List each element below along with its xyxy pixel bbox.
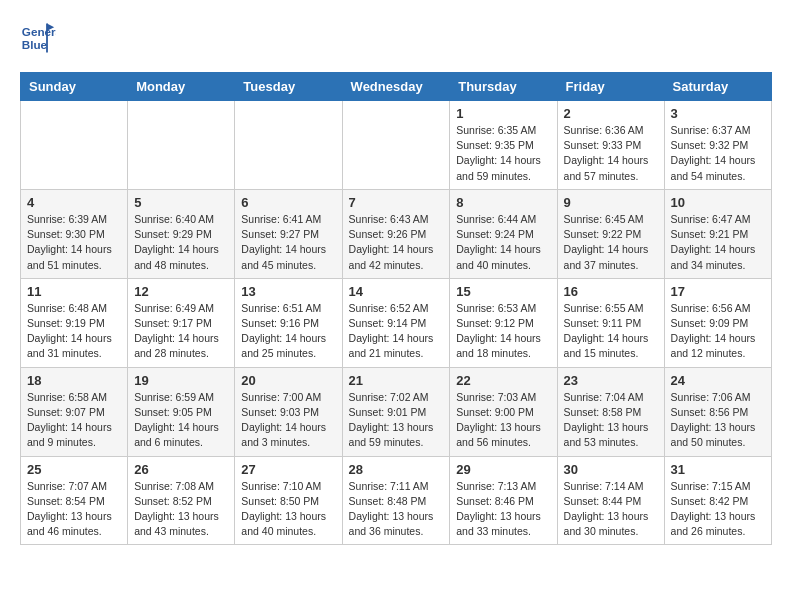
day-number: 6 (241, 195, 335, 210)
calendar-cell: 30Sunrise: 7:14 AM Sunset: 8:44 PM Dayli… (557, 456, 664, 545)
svg-text:Blue: Blue (22, 38, 48, 51)
day-number: 4 (27, 195, 121, 210)
day-number: 13 (241, 284, 335, 299)
calendar-cell: 4Sunrise: 6:39 AM Sunset: 9:30 PM Daylig… (21, 189, 128, 278)
calendar-cell: 31Sunrise: 7:15 AM Sunset: 8:42 PM Dayli… (664, 456, 771, 545)
day-number: 29 (456, 462, 550, 477)
day-info: Sunrise: 6:36 AM Sunset: 9:33 PM Dayligh… (564, 123, 658, 184)
calendar-cell: 16Sunrise: 6:55 AM Sunset: 9:11 PM Dayli… (557, 278, 664, 367)
day-number: 19 (134, 373, 228, 388)
day-info: Sunrise: 7:15 AM Sunset: 8:42 PM Dayligh… (671, 479, 765, 540)
calendar-cell: 18Sunrise: 6:58 AM Sunset: 9:07 PM Dayli… (21, 367, 128, 456)
calendar-cell: 12Sunrise: 6:49 AM Sunset: 9:17 PM Dayli… (128, 278, 235, 367)
calendar-cell: 7Sunrise: 6:43 AM Sunset: 9:26 PM Daylig… (342, 189, 450, 278)
calendar-week-5: 25Sunrise: 7:07 AM Sunset: 8:54 PM Dayli… (21, 456, 772, 545)
calendar-cell: 3Sunrise: 6:37 AM Sunset: 9:32 PM Daylig… (664, 101, 771, 190)
day-info: Sunrise: 7:10 AM Sunset: 8:50 PM Dayligh… (241, 479, 335, 540)
calendar-cell: 17Sunrise: 6:56 AM Sunset: 9:09 PM Dayli… (664, 278, 771, 367)
calendar-week-2: 4Sunrise: 6:39 AM Sunset: 9:30 PM Daylig… (21, 189, 772, 278)
calendar-cell: 24Sunrise: 7:06 AM Sunset: 8:56 PM Dayli… (664, 367, 771, 456)
day-number: 31 (671, 462, 765, 477)
day-info: Sunrise: 6:35 AM Sunset: 9:35 PM Dayligh… (456, 123, 550, 184)
logo-icon: General Blue (20, 20, 56, 56)
day-number: 25 (27, 462, 121, 477)
weekday-header-saturday: Saturday (664, 73, 771, 101)
day-info: Sunrise: 7:07 AM Sunset: 8:54 PM Dayligh… (27, 479, 121, 540)
day-info: Sunrise: 6:44 AM Sunset: 9:24 PM Dayligh… (456, 212, 550, 273)
day-info: Sunrise: 6:59 AM Sunset: 9:05 PM Dayligh… (134, 390, 228, 451)
day-number: 21 (349, 373, 444, 388)
weekday-header-monday: Monday (128, 73, 235, 101)
calendar-cell: 14Sunrise: 6:52 AM Sunset: 9:14 PM Dayli… (342, 278, 450, 367)
calendar-week-1: 1Sunrise: 6:35 AM Sunset: 9:35 PM Daylig… (21, 101, 772, 190)
calendar-cell: 6Sunrise: 6:41 AM Sunset: 9:27 PM Daylig… (235, 189, 342, 278)
day-number: 27 (241, 462, 335, 477)
day-number: 10 (671, 195, 765, 210)
day-number: 16 (564, 284, 658, 299)
day-info: Sunrise: 6:56 AM Sunset: 9:09 PM Dayligh… (671, 301, 765, 362)
calendar-cell: 11Sunrise: 6:48 AM Sunset: 9:19 PM Dayli… (21, 278, 128, 367)
day-info: Sunrise: 6:40 AM Sunset: 9:29 PM Dayligh… (134, 212, 228, 273)
day-number: 7 (349, 195, 444, 210)
page-header: General Blue (20, 20, 772, 56)
logo: General Blue (20, 20, 60, 56)
day-info: Sunrise: 6:39 AM Sunset: 9:30 PM Dayligh… (27, 212, 121, 273)
calendar-cell: 21Sunrise: 7:02 AM Sunset: 9:01 PM Dayli… (342, 367, 450, 456)
day-number: 15 (456, 284, 550, 299)
day-info: Sunrise: 6:48 AM Sunset: 9:19 PM Dayligh… (27, 301, 121, 362)
calendar-cell: 28Sunrise: 7:11 AM Sunset: 8:48 PM Dayli… (342, 456, 450, 545)
calendar-cell (128, 101, 235, 190)
day-info: Sunrise: 7:03 AM Sunset: 9:00 PM Dayligh… (456, 390, 550, 451)
day-number: 30 (564, 462, 658, 477)
day-info: Sunrise: 6:51 AM Sunset: 9:16 PM Dayligh… (241, 301, 335, 362)
day-number: 22 (456, 373, 550, 388)
day-info: Sunrise: 6:45 AM Sunset: 9:22 PM Dayligh… (564, 212, 658, 273)
day-number: 5 (134, 195, 228, 210)
calendar-cell: 22Sunrise: 7:03 AM Sunset: 9:00 PM Dayli… (450, 367, 557, 456)
day-info: Sunrise: 7:02 AM Sunset: 9:01 PM Dayligh… (349, 390, 444, 451)
day-info: Sunrise: 6:37 AM Sunset: 9:32 PM Dayligh… (671, 123, 765, 184)
day-number: 9 (564, 195, 658, 210)
calendar-week-3: 11Sunrise: 6:48 AM Sunset: 9:19 PM Dayli… (21, 278, 772, 367)
day-info: Sunrise: 6:43 AM Sunset: 9:26 PM Dayligh… (349, 212, 444, 273)
calendar-cell: 8Sunrise: 6:44 AM Sunset: 9:24 PM Daylig… (450, 189, 557, 278)
calendar-cell (21, 101, 128, 190)
weekday-header-sunday: Sunday (21, 73, 128, 101)
day-number: 1 (456, 106, 550, 121)
calendar-cell: 1Sunrise: 6:35 AM Sunset: 9:35 PM Daylig… (450, 101, 557, 190)
calendar-cell: 26Sunrise: 7:08 AM Sunset: 8:52 PM Dayli… (128, 456, 235, 545)
day-info: Sunrise: 7:14 AM Sunset: 8:44 PM Dayligh… (564, 479, 658, 540)
day-info: Sunrise: 6:55 AM Sunset: 9:11 PM Dayligh… (564, 301, 658, 362)
weekday-header-friday: Friday (557, 73, 664, 101)
day-info: Sunrise: 6:49 AM Sunset: 9:17 PM Dayligh… (134, 301, 228, 362)
day-info: Sunrise: 7:04 AM Sunset: 8:58 PM Dayligh… (564, 390, 658, 451)
day-number: 14 (349, 284, 444, 299)
day-number: 3 (671, 106, 765, 121)
calendar-cell: 23Sunrise: 7:04 AM Sunset: 8:58 PM Dayli… (557, 367, 664, 456)
weekday-header-wednesday: Wednesday (342, 73, 450, 101)
calendar-cell: 29Sunrise: 7:13 AM Sunset: 8:46 PM Dayli… (450, 456, 557, 545)
day-info: Sunrise: 7:13 AM Sunset: 8:46 PM Dayligh… (456, 479, 550, 540)
day-info: Sunrise: 7:08 AM Sunset: 8:52 PM Dayligh… (134, 479, 228, 540)
day-info: Sunrise: 6:52 AM Sunset: 9:14 PM Dayligh… (349, 301, 444, 362)
calendar-header-row: SundayMondayTuesdayWednesdayThursdayFrid… (21, 73, 772, 101)
calendar-cell: 27Sunrise: 7:10 AM Sunset: 8:50 PM Dayli… (235, 456, 342, 545)
calendar-week-4: 18Sunrise: 6:58 AM Sunset: 9:07 PM Dayli… (21, 367, 772, 456)
calendar-cell (235, 101, 342, 190)
calendar-cell: 20Sunrise: 7:00 AM Sunset: 9:03 PM Dayli… (235, 367, 342, 456)
day-number: 18 (27, 373, 121, 388)
day-number: 26 (134, 462, 228, 477)
day-info: Sunrise: 6:47 AM Sunset: 9:21 PM Dayligh… (671, 212, 765, 273)
day-number: 11 (27, 284, 121, 299)
calendar-cell: 2Sunrise: 6:36 AM Sunset: 9:33 PM Daylig… (557, 101, 664, 190)
calendar-cell: 19Sunrise: 6:59 AM Sunset: 9:05 PM Dayli… (128, 367, 235, 456)
calendar-cell: 15Sunrise: 6:53 AM Sunset: 9:12 PM Dayli… (450, 278, 557, 367)
day-number: 17 (671, 284, 765, 299)
day-info: Sunrise: 7:06 AM Sunset: 8:56 PM Dayligh… (671, 390, 765, 451)
day-info: Sunrise: 7:00 AM Sunset: 9:03 PM Dayligh… (241, 390, 335, 451)
day-info: Sunrise: 6:41 AM Sunset: 9:27 PM Dayligh… (241, 212, 335, 273)
calendar-cell: 13Sunrise: 6:51 AM Sunset: 9:16 PM Dayli… (235, 278, 342, 367)
day-info: Sunrise: 6:53 AM Sunset: 9:12 PM Dayligh… (456, 301, 550, 362)
day-number: 28 (349, 462, 444, 477)
day-number: 2 (564, 106, 658, 121)
